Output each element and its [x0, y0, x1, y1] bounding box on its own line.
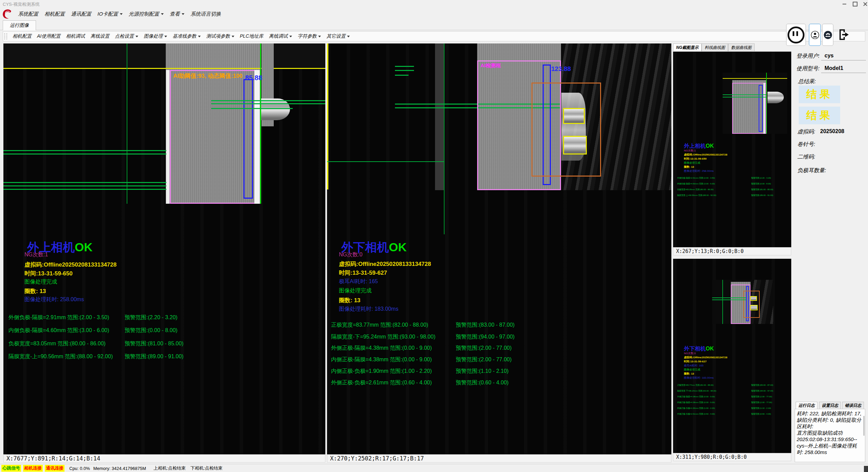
dropdown-arrow-icon [135, 36, 138, 37]
window-title: CYS-视觉检测系统 [3, 1, 40, 7]
upper-camera-coords: X:7677;Y:891;R:14;G:14;B:14 [3, 454, 325, 462]
tool-camera-debug[interactable]: 相机调试 [63, 33, 88, 39]
pause-button[interactable] [786, 24, 806, 46]
tool-plc-address-lib[interactable]: PLC地址库 [237, 33, 266, 39]
app-logo [1, 8, 13, 19]
tool-test-item-params[interactable]: 测试项参数 [203, 33, 237, 39]
virtual-code-label: 虚拟码:Offline20250208133134728 [339, 260, 431, 268]
measurement-row: 正极宽度=83.77mm 范围:(82.00 - 88.00)预警范围:(83.… [331, 322, 428, 329]
login-user-value[interactable]: cys [825, 53, 834, 59]
exit-icon [837, 28, 851, 42]
result-box-upper: 结果 [799, 86, 840, 103]
process-time-label: 图像处理耗时: 258.00ms [24, 296, 84, 303]
user-group-button[interactable] [822, 24, 833, 46]
user-button[interactable] [809, 24, 821, 46]
loop-count-label: 圈数: 13 [24, 287, 46, 295]
mini-image [723, 73, 787, 134]
ng-count-label: NG次数:1 [24, 251, 48, 258]
menu-comm-config[interactable]: 通讯配置 [68, 11, 94, 17]
green-reference-line-vertical [127, 43, 127, 204]
white-edge-strip-right [254, 70, 260, 204]
tool-offline-debug[interactable]: 离线调试 [266, 33, 295, 39]
process-done-label: 图像处理完成 [339, 287, 372, 294]
upper-camera-view[interactable]: AI助阈值:93, 动态阈值:100 85.88 外上相机OK NG次数:1 虚… [3, 43, 325, 454]
virtual-code-field-value: 20250208 [820, 128, 844, 134]
tab-ng-snapshot[interactable]: NG截图显示 [673, 43, 702, 51]
user-icon [811, 31, 819, 39]
dropdown-arrow-icon [232, 36, 234, 37]
close-button[interactable] [861, 1, 868, 7]
tool-spot-check-setting[interactable]: 点检设置 [112, 33, 141, 39]
ng-preview-lower[interactable]: 外下相机OK NG次数:0 虚拟码:Offline202502081331347… [673, 259, 791, 453]
measure-value-label: 85.88 [245, 74, 262, 82]
minimize-button[interactable] [839, 1, 849, 7]
lower-camera-view[interactable]: AI检测框 123.88 外下相机OK NG次数:0 虚拟码:Offline20… [327, 43, 671, 454]
comm-link-status: 通讯连接 [45, 465, 65, 472]
menu-io-card-config[interactable]: IO卡配置 [94, 11, 126, 17]
menu-camera-config[interactable]: 相机配置 [41, 11, 68, 17]
menu-system-config[interactable]: 系统配置 [15, 11, 41, 17]
measurement-row: 内侧正极-隔膜=4.38mm 范围:(0.00 - 9.00)预警范围:(2.0… [331, 356, 432, 363]
log-text: 耗时: 222, 缺陷检测耗时: 17, 缺陷分类耗时: 0, 缺陷提取分区耗时… [797, 410, 862, 455]
measurement-row: 隔膜宽度-上=90.56mm 范围:(88.00 - 92.00)预警范围:(8… [8, 353, 113, 360]
memory-usage: Memory: 3424.41796875M [93, 466, 146, 471]
time-label: 时间:13-31-59-627 [339, 269, 387, 277]
tab-settings-log[interactable]: 设置日志 [819, 402, 841, 409]
pause-icon [788, 26, 804, 43]
reel-number-label: 卷针号: [797, 141, 815, 148]
maximize-icon [853, 2, 857, 6]
tab-run-image[interactable]: 运行图像 [3, 20, 36, 30]
status-bar: 心跳信号 相机连接 通讯连接 Cpu: 0.0% Memory: 3424.41… [0, 464, 868, 472]
window-resize-corner[interactable] [864, 466, 868, 472]
menu-light-control-config[interactable]: 光源控制配置 [126, 11, 167, 17]
green-measure-line [3, 185, 166, 186]
measurement-row: 外侧负极-隔膜=2.91mm 范围:(2.00 - 3.50)预警范围:(2.2… [8, 314, 109, 321]
log-panel[interactable]: 耗时: 222, 缺陷检测耗时: 17, 缺陷分类耗时: 0, 缺陷提取分区耗时… [795, 409, 865, 462]
virtual-code-label: 虚拟码:Offline20250208133134728 [24, 261, 116, 269]
measurement-row: 隔膜宽度-下=95.24mm 范围:(93.00 - 98.00)预警范围:(9… [331, 333, 435, 341]
maximize-button[interactable] [850, 1, 860, 7]
exit-button[interactable] [836, 24, 852, 45]
ng-preview-lower-coords: X:311;Y:980;R:0;G:0;B:0 [673, 453, 791, 461]
main-window: CYS-视觉检测系统 系统配置 相机配置 通讯配置 IO卡配置 光源控制配置 查… [0, 0, 868, 472]
ng-preview-upper[interactable]: 外上相机OK NG次数:1 虚拟码:Offline202502081331347… [673, 52, 791, 247]
toolbar-grip[interactable] [4, 33, 7, 39]
heartbeat-status: 心跳信号 [1, 465, 21, 472]
tool-char-params[interactable]: 字符参数 [295, 33, 324, 39]
tool-other-settings[interactable]: 其它设置 [324, 33, 352, 39]
result-box-lower: 结果 [799, 107, 840, 124]
login-user-label: 登录用户: [796, 53, 819, 60]
green-measure-line [395, 70, 414, 71]
tab-error-log[interactable]: 错误日志 [842, 402, 864, 409]
tool-offline-setting[interactable]: 离线设置 [88, 33, 112, 39]
loop-count-label: 圈数: 13 [339, 296, 360, 304]
tool-ai-use-config[interactable]: AI使用配置 [34, 33, 63, 39]
camera-link-status: 相机连接 [23, 465, 43, 472]
yellow-edge-line [327, 43, 328, 189]
green-reference-line-vertical [444, 43, 445, 234]
ng-count-label: NG次数:0 [339, 251, 362, 258]
tool-camera-config[interactable]: 相机配置 [10, 33, 34, 39]
tab-run-log[interactable]: 运行日志 [796, 402, 817, 409]
measurement-row: 外侧正极-隔膜=4.38mm 范围:(0.00 - 9.00)预警范围:(2.0… [331, 345, 432, 352]
white-edge-strip-left [166, 70, 169, 204]
dropdown-arrow-icon [347, 36, 350, 37]
dropdown-arrow-icon [318, 36, 321, 37]
tool-image-processing[interactable]: 图像处理 [141, 33, 170, 39]
model-underline [821, 73, 866, 73]
ai-threshold-label: AI助阈值:93, 动态阈值:100 [173, 72, 242, 80]
log-scrollbar[interactable] [863, 416, 865, 436]
tab-data-curve[interactable]: 数据曲线图 [728, 43, 755, 51]
negative-tab-count-label: 负极耳数量: [797, 167, 826, 174]
menu-language-switch[interactable]: 系统语言切换 [187, 11, 224, 17]
upper-camera-check-status: 上相机:点检结束 [153, 465, 186, 471]
tool-baseline-params[interactable]: 基准线参数 [170, 33, 203, 39]
process-time-label: 图像处理耗时: 183.00ms [339, 306, 398, 313]
green-measure-line [211, 100, 325, 101]
menu-view[interactable]: 查看 [167, 11, 187, 17]
model-value[interactable]: Model1 [825, 65, 843, 71]
measurement-row: 内侧正极-负极=1.90mm 范围:(1.00 - 2.20)预警范围:(1.1… [331, 368, 432, 375]
login-underline [821, 60, 866, 60]
dropdown-arrow-icon [182, 13, 184, 15]
tab-line-curve[interactable]: 料线曲线图 [702, 43, 728, 51]
